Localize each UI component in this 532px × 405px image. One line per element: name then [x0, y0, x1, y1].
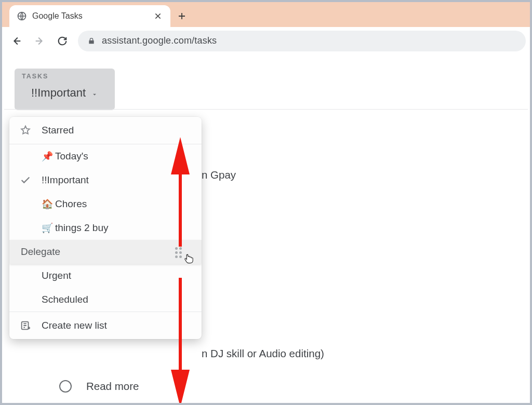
create-new-list[interactable]: Create new list	[9, 312, 202, 339]
dropdown-list-item-selected[interactable]: !!Important	[9, 168, 202, 192]
new-tab-button[interactable]	[170, 5, 193, 27]
pin-icon: 📌	[42, 151, 53, 162]
header-divider	[4, 109, 528, 110]
dropdown-item-label: Chores	[55, 198, 192, 210]
address-bar[interactable]: assistant.google.com/tasks	[78, 31, 526, 51]
house-icon: 🏠	[42, 198, 53, 210]
url-text: assistant.google.com/tasks	[102, 35, 217, 46]
dropdown-list-item[interactable]: Urgent	[9, 264, 202, 288]
tasks-label: TASKS	[22, 73, 108, 80]
drag-handle-icon[interactable]	[175, 247, 182, 258]
cursor-icon	[183, 252, 196, 266]
globe-icon	[17, 11, 27, 21]
dropdown-item-label: Scheduled	[42, 294, 192, 305]
task-list-selector[interactable]: TASKS !!Important	[15, 69, 115, 110]
task-text-fragment: n DJ skill or Audio editing)	[202, 347, 324, 360]
check-icon	[19, 174, 32, 186]
dropdown-item-label: things 2 buy	[55, 222, 192, 234]
dropdown-item-label: !!Important	[42, 174, 192, 186]
task-row[interactable]: Read more	[59, 380, 139, 393]
current-list-name: !!Important	[31, 86, 86, 100]
caret-down-icon	[91, 89, 98, 97]
reload-button[interactable]	[52, 31, 73, 51]
list-dropdown-panel: Starred 📌Today's !!Important 🏠Chores 🛒th…	[9, 117, 202, 339]
dropdown-starred[interactable]: Starred	[9, 117, 202, 144]
browser-tab-strip: Google Tasks	[2, 2, 530, 27]
close-tab-icon[interactable]	[154, 12, 162, 20]
dropdown-list-item[interactable]: 🛒things 2 buy	[9, 216, 202, 240]
task-row-fragment: n Gpay	[202, 169, 236, 181]
dropdown-item-label: Create new list	[42, 320, 192, 331]
star-icon	[19, 125, 32, 136]
forward-button	[29, 31, 50, 51]
dropdown-item-label: Starred	[42, 125, 192, 136]
back-button[interactable]	[6, 31, 27, 51]
dropdown-list-item[interactable]: 🏠Chores	[9, 192, 202, 216]
tab-title: Google Tasks	[32, 11, 149, 21]
dropdown-item-label: Today's	[55, 151, 192, 162]
lock-icon	[87, 37, 96, 45]
task-checkbox[interactable]	[59, 380, 72, 393]
dropdown-list-item[interactable]: 📌Today's	[9, 144, 202, 168]
dropdown-item-label: Urgent	[42, 270, 192, 281]
create-list-icon	[19, 320, 32, 331]
dropdown-list-item[interactable]: Scheduled	[9, 288, 202, 312]
task-text-fragment: n Gpay	[202, 169, 236, 181]
task-row-fragment: n DJ skill or Audio editing)	[202, 347, 324, 360]
page-content: TASKS !!Important n Gpay n DJ skill or A…	[4, 57, 528, 401]
task-text: Read more	[86, 380, 139, 393]
browser-toolbar: assistant.google.com/tasks	[2, 27, 530, 55]
cart-icon: 🛒	[42, 222, 53, 234]
browser-tab[interactable]: Google Tasks	[9, 5, 170, 27]
dropdown-item-label: Delegate	[21, 246, 192, 258]
dropdown-list-item-hover[interactable]: Delegate	[9, 240, 202, 264]
